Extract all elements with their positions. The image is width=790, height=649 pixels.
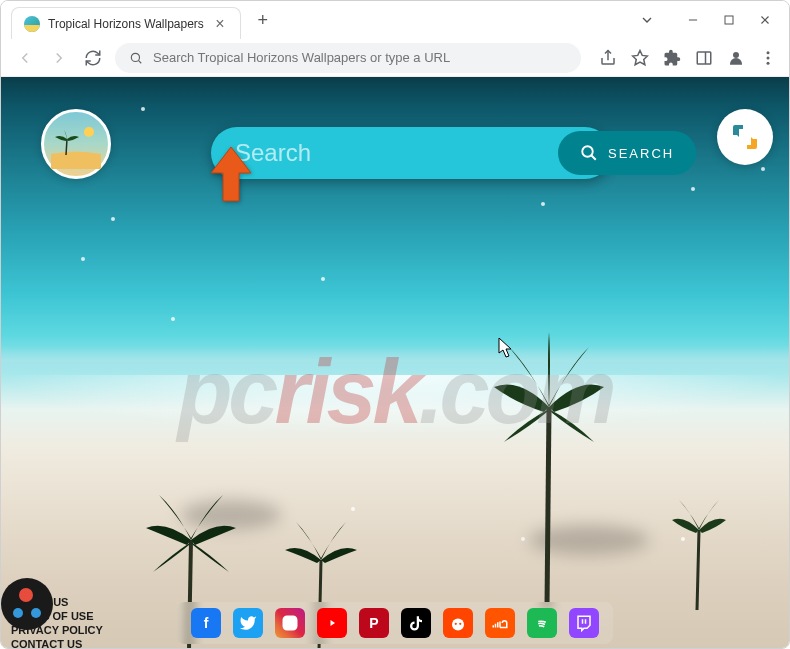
svg-point-19 [287,620,293,626]
particle [691,187,695,191]
browser-toolbar [1,39,789,77]
svg-line-17 [591,155,596,160]
search-bar: SEARCH [211,127,611,179]
svg-point-22 [455,623,457,625]
svg-point-10 [733,52,739,58]
svg-marker-7 [633,50,648,64]
profile-button[interactable] [727,49,745,67]
menu-button[interactable] [759,49,777,67]
contact-link[interactable]: CONTACT US [11,638,103,649]
refresh-wallpaper-button[interactable] [717,109,773,165]
particle [141,107,145,111]
maximize-button[interactable] [713,6,745,34]
back-button[interactable] [13,46,37,70]
particle [171,317,175,321]
close-window-button[interactable] [749,6,781,34]
dock-instagram[interactable] [275,608,305,638]
particle [541,202,545,206]
dock-facebook[interactable]: f [191,608,221,638]
window-controls [641,1,781,39]
dock-twitch[interactable] [569,608,599,638]
social-dock: f P [177,602,613,644]
svg-line-5 [138,60,141,63]
svg-point-16 [582,146,593,157]
brand-logo[interactable] [41,109,111,179]
facebook-icon: f [204,615,209,631]
browser-tab[interactable]: Tropical Horizons Wallpapers [11,7,241,39]
forward-button[interactable] [47,46,71,70]
address-bar[interactable] [115,43,581,73]
extensions-button[interactable] [663,49,681,67]
svg-point-20 [293,618,295,620]
tab-close-button[interactable] [212,16,228,32]
address-input[interactable] [153,50,567,65]
bookmark-button[interactable] [631,49,649,67]
dock-tiktok[interactable] [401,608,431,638]
new-tab-button[interactable] [249,6,277,34]
ocean-wave [1,346,789,376]
soundcloud-icon [491,614,509,632]
share-button[interactable] [599,49,617,67]
tiktok-icon [407,614,425,632]
particle [761,167,765,171]
tab-search-button[interactable] [631,6,663,34]
dock-spotify[interactable] [527,608,557,638]
tab-title: Tropical Horizons Wallpapers [48,17,204,31]
svg-rect-1 [725,16,733,24]
particle [321,277,325,281]
particle [111,217,115,221]
svg-rect-8 [697,52,711,64]
dock-soundcloud[interactable] [485,608,515,638]
toolbar-actions [599,49,777,67]
titlebar: Tropical Horizons Wallpapers [1,1,789,39]
instagram-icon [281,614,299,632]
dock-youtube[interactable] [317,608,347,638]
reload-button[interactable] [81,46,105,70]
svg-point-4 [131,53,139,61]
minimize-button[interactable] [677,6,709,34]
pinterest-icon: P [369,615,378,631]
sidepanel-button[interactable] [695,49,713,67]
svg-point-21 [452,619,464,631]
browser-window: Tropical Horizons Wallpapers [0,0,790,649]
youtube-icon [323,614,341,632]
svg-point-11 [767,51,770,54]
dock-pinterest[interactable]: P [359,608,389,638]
palm-tree [669,490,729,610]
dock-twitter[interactable] [233,608,263,638]
svg-point-23 [459,623,461,625]
search-button[interactable]: SEARCH [558,131,696,175]
svg-point-12 [767,56,770,59]
annotation-arrow [206,145,256,209]
search-button-label: SEARCH [608,146,674,161]
svg-point-13 [767,61,770,64]
mouse-cursor [498,337,514,363]
beach-foam [1,375,789,435]
particle [81,257,85,261]
palm-tree [489,327,609,607]
search-icon [580,144,598,162]
twitter-icon [239,614,257,632]
footer-badge-icon[interactable] [1,578,53,630]
twitch-icon [575,614,593,632]
reddit-icon [449,614,467,632]
svg-point-15 [84,127,94,137]
search-icon [129,51,143,65]
dock-reddit[interactable] [443,608,473,638]
search-input[interactable] [211,139,558,167]
page-content: pcrisk.com SEARCH ABOUT US [1,77,789,649]
tab-favicon [24,16,40,32]
spotify-icon [533,614,551,632]
